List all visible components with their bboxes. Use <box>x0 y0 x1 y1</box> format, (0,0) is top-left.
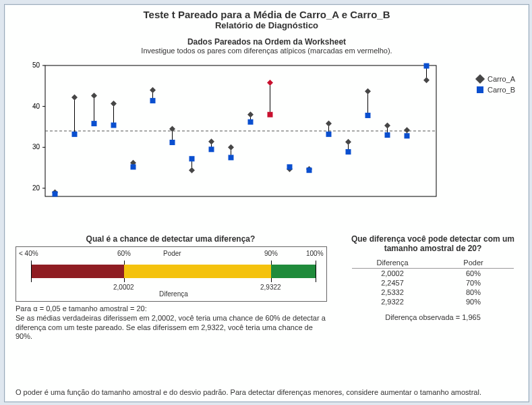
svg-rect-51 <box>307 167 312 173</box>
svg-marker-26 <box>150 87 156 93</box>
svg-rect-24 <box>131 164 136 169</box>
svg-text:20: 20 <box>32 184 40 192</box>
svg-marker-65 <box>404 127 410 133</box>
detect-power: 90% <box>433 297 514 306</box>
svg-rect-48 <box>287 164 293 169</box>
detect-title-l2: tamanho amostral de 20? <box>342 244 524 253</box>
detect-power: 80% <box>433 288 514 297</box>
svg-marker-62 <box>384 123 390 129</box>
power-tick-90: 90% <box>264 250 278 257</box>
svg-text:40: 40 <box>32 103 40 110</box>
power-bar-plot: < 40% 60% Poder 90% 100% 2,0002 Diferenç… <box>16 246 327 302</box>
power-axis-label: Poder <box>163 250 181 257</box>
detect-diff: 2,5332 <box>352 288 433 297</box>
pair-plot-legend: Carro_A Carro_B <box>477 75 515 97</box>
svg-rect-54 <box>326 132 332 137</box>
table-row: 2,533280% <box>352 288 514 297</box>
observed-difference: Diferença observada = 1,965 <box>342 313 524 321</box>
power-note-line2: Se as médias verdadeiras diferissem em 2… <box>16 314 326 342</box>
svg-rect-69 <box>424 63 430 69</box>
svg-text:30: 30 <box>32 143 40 151</box>
diff-tick-90: 2,9322 <box>260 284 281 291</box>
svg-rect-18 <box>92 121 97 126</box>
svg-rect-66 <box>405 133 410 138</box>
detect-diff: 2,0002 <box>352 269 433 279</box>
power-tick-100: 100% <box>306 250 324 257</box>
svg-marker-20 <box>111 101 117 107</box>
svg-marker-44 <box>267 80 273 86</box>
diff-axis-label: Diferença <box>159 290 188 298</box>
detect-diff: 2,2457 <box>352 278 433 288</box>
svg-rect-57 <box>346 149 351 155</box>
detect-table: Diferença Poder 2,000260%2,245770%2,5332… <box>352 257 514 306</box>
detect-title-l1: Que diferença você pode detectar com um <box>342 234 524 244</box>
svg-marker-35 <box>208 138 214 144</box>
svg-rect-36 <box>209 146 214 152</box>
svg-marker-32 <box>189 167 195 173</box>
power-plot-title: Qual é a chance de detectar uma diferenç… <box>16 234 326 244</box>
page-subtitle: Relatório de Diagnóstico <box>5 20 529 30</box>
svg-rect-45 <box>268 112 273 117</box>
svg-rect-27 <box>150 98 156 103</box>
paired-data-plot: 20304050 <box>22 48 510 203</box>
detect-diff: 2,9322 <box>352 297 433 306</box>
legend-series-b: Carro_B <box>487 86 515 94</box>
svg-rect-39 <box>229 155 234 160</box>
svg-rect-21 <box>111 123 117 128</box>
detect-power: 60% <box>433 269 514 279</box>
detect-col-power: Poder <box>433 257 514 269</box>
power-tick-60: 60% <box>117 250 131 257</box>
page-title: Teste t Pareado para a Média de Carro_A … <box>5 9 529 20</box>
table-row: 2,245770% <box>352 278 514 288</box>
detect-col-diff: Diferença <box>352 257 433 269</box>
svg-marker-14 <box>71 94 78 101</box>
svg-rect-12 <box>53 191 58 196</box>
svg-marker-41 <box>247 111 254 117</box>
power-tick-lt40: < 40% <box>19 250 38 257</box>
svg-rect-15 <box>72 132 78 137</box>
svg-marker-68 <box>423 77 430 83</box>
footer-note: O poder é uma função do tamanho amostral… <box>16 388 518 396</box>
power-note-line1: Para α = 0,05 e tamanho amostral = 20: <box>16 304 326 314</box>
svg-marker-17 <box>91 92 97 99</box>
svg-marker-53 <box>326 121 332 127</box>
table-row: 2,932290% <box>352 297 514 306</box>
detect-power: 70% <box>433 278 514 288</box>
svg-rect-42 <box>248 119 254 125</box>
legend-square-icon <box>477 86 483 93</box>
pair-plot-title: Dados Pareados na Ordem da Worksheet <box>5 37 529 47</box>
svg-rect-33 <box>189 156 195 161</box>
svg-marker-38 <box>228 144 234 151</box>
svg-rect-30 <box>170 140 175 145</box>
legend-diamond-icon <box>475 74 485 84</box>
diff-tick-60: 2,0002 <box>113 284 134 291</box>
svg-rect-63 <box>385 132 390 138</box>
svg-marker-56 <box>345 139 351 145</box>
table-row: 2,000260% <box>352 269 514 279</box>
svg-text:50: 50 <box>32 61 40 69</box>
legend-series-a: Carro_A <box>487 75 515 83</box>
svg-marker-59 <box>365 88 371 94</box>
svg-rect-60 <box>365 113 371 118</box>
